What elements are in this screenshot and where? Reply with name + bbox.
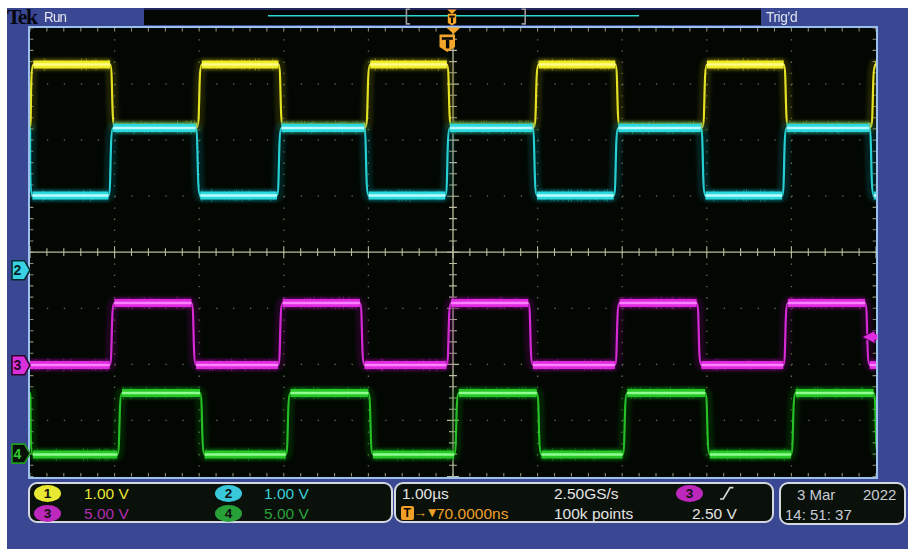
svg-text:2: 2 [14,262,22,278]
svg-text:3: 3 [14,357,22,373]
svg-text:4: 4 [14,446,22,462]
